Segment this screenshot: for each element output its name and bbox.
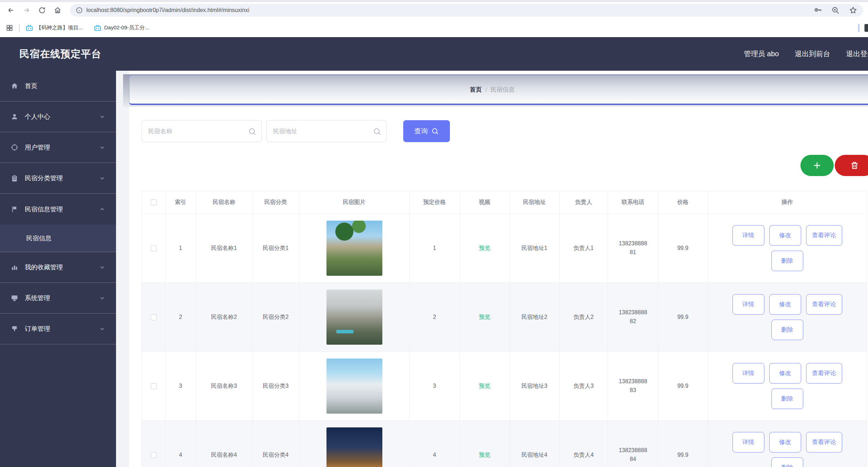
forward-icon[interactable] [21, 4, 33, 16]
cell-phone: 13823888883 [618, 377, 648, 395]
edit-button[interactable]: 修改 [769, 225, 801, 246]
row-checkbox[interactable] [151, 245, 157, 251]
sidebar-item-label: 个人中心 [25, 112, 99, 121]
delete-button[interactable] [835, 155, 868, 176]
view-comments-button[interactable]: 查看评论 [806, 294, 842, 315]
bilibili-tv-icon [25, 24, 33, 32]
search-icon [431, 127, 439, 135]
bookmark-item[interactable]: 【码神之路】项目... [25, 24, 83, 32]
breadcrumb-band: 首页 / 民宿信息 [123, 74, 868, 107]
info-icon[interactable] [76, 7, 83, 14]
cell-name: 民宿名称4 [196, 421, 253, 467]
sidebar-item-3[interactable]: 用户管理 [0, 132, 116, 163]
bar-chart-icon [11, 263, 18, 271]
breadcrumb-home[interactable]: 首页 [470, 86, 482, 94]
user-icon [11, 113, 18, 121]
video-preview-link[interactable]: 预览 [479, 452, 490, 458]
sidebar-item-6[interactable]: 我的收藏管理 [0, 252, 116, 283]
address-search-placeholder: 民宿地址 [273, 127, 297, 135]
cell-index: 3 [166, 352, 196, 421]
cell-category: 民宿分类1 [253, 214, 299, 283]
browser-toolbar: localhost:8080/springbootr0p7i/admin/dis… [0, 2, 868, 18]
select-all-checkbox[interactable] [151, 199, 157, 205]
aim-icon [11, 144, 18, 151]
detail-button[interactable]: 详情 [733, 432, 764, 453]
sidebar-item-8[interactable]: 订单管理 [0, 314, 116, 344]
exit-to-front-link[interactable]: 退出到前台 [795, 49, 830, 59]
detail-button[interactable]: 详情 [733, 225, 764, 246]
cell-manager: 负责人1 [560, 214, 608, 283]
video-preview-link[interactable]: 预览 [479, 314, 490, 320]
cell-manager: 负责人2 [560, 283, 608, 352]
video-preview-link[interactable]: 预览 [479, 383, 490, 389]
column-header: 联系电话 [608, 191, 658, 214]
edit-button[interactable]: 修改 [769, 432, 801, 453]
cell-manager: 负责人4 [560, 421, 608, 467]
bookmark-item[interactable]: Day02-09-员工分... [94, 24, 150, 32]
cell-index: 2 [166, 283, 196, 352]
row-checkbox[interactable] [151, 314, 157, 320]
chevron-down-icon [99, 113, 105, 120]
row-checkbox[interactable] [151, 452, 157, 458]
chevron-down-icon [99, 295, 105, 301]
apps-grid-icon[interactable] [6, 24, 13, 32]
column-header: 民宿地址 [510, 191, 560, 214]
sidebar-item-label: 系统管理 [25, 294, 99, 302]
detail-button[interactable]: 详情 [733, 294, 764, 315]
logout-link[interactable]: 退出登录 [846, 49, 868, 59]
app-title: 民宿在线预定平台 [19, 37, 102, 71]
cell-category: 民宿分类3 [253, 352, 299, 421]
home-icon [11, 82, 18, 90]
bookmarks-overflow-icon[interactable] [864, 24, 868, 32]
breadcrumb-separator: / [485, 86, 487, 93]
view-comments-button[interactable]: 查看评论 [806, 432, 842, 453]
url-text[interactable]: localhost:8080/springbootr0p7i/admin/dis… [86, 7, 804, 13]
reload-icon[interactable] [36, 4, 48, 16]
detail-button[interactable]: 详情 [733, 363, 764, 384]
address-search-input[interactable]: 民宿地址 [266, 120, 387, 142]
sidebar-subitem[interactable]: 民宿信息 [0, 224, 116, 252]
chevron-down-icon [99, 144, 105, 151]
admin-user-label[interactable]: 管理员 abo [744, 49, 779, 59]
cell-manager: 负责人3 [560, 352, 608, 421]
remove-button[interactable]: 删除 [771, 251, 803, 271]
table-row: 4 民宿名称4 民宿分类4 4 预览 民宿地址4 负责人4 1382388888… [142, 421, 867, 467]
remove-button[interactable]: 删除 [771, 457, 803, 467]
breadcrumb-current: 民宿信息 [491, 86, 515, 94]
cell-address: 民宿地址3 [510, 352, 560, 421]
bookmarks-bar: 【码神之路】项目... Day02-09-员工分... [0, 18, 868, 37]
add-button[interactable] [800, 155, 834, 176]
address-bar[interactable]: localhost:8080/springbootr0p7i/admin/dis… [70, 4, 863, 17]
cell-phone: 13823888881 [618, 239, 648, 257]
remove-button[interactable]: 删除 [771, 320, 803, 340]
cell-actions: 详情 修改 查看评论 删除 [708, 214, 867, 283]
home-nav-icon[interactable] [52, 4, 64, 16]
cell-phone: 13823888884 [618, 446, 648, 464]
password-key-icon[interactable] [814, 6, 822, 14]
sidebar-item-2[interactable]: 个人中心 [0, 101, 116, 132]
flag-icon [11, 205, 18, 213]
remove-button[interactable]: 删除 [771, 389, 803, 409]
sidebar-item-4[interactable]: 民宿分类管理 [0, 163, 116, 194]
zoom-in-icon[interactable] [831, 6, 840, 14]
cell-name: 民宿名称2 [196, 283, 253, 352]
edit-button[interactable]: 修改 [769, 363, 801, 384]
cell-name: 民宿名称3 [196, 352, 253, 421]
query-button[interactable]: 查询 [403, 120, 450, 142]
sidebar-item-7[interactable]: 系统管理 [0, 283, 116, 314]
row-checkbox[interactable] [151, 383, 157, 389]
edit-button[interactable]: 修改 [769, 294, 801, 315]
name-search-input[interactable]: 民宿名称 [141, 120, 262, 142]
video-preview-link[interactable]: 预览 [479, 245, 490, 251]
breadcrumb-bar: 首页 / 民宿信息 [129, 75, 868, 105]
table-row: 2 民宿名称2 民宿分类2 2 预览 民宿地址2 负责人2 1382388888… [142, 283, 867, 352]
view-comments-button[interactable]: 查看评论 [806, 363, 842, 384]
bookmark-star-icon[interactable] [849, 6, 857, 14]
back-icon[interactable] [5, 4, 17, 16]
sidebar-item-5[interactable]: 民宿信息管理 [0, 194, 116, 224]
table-row: 3 民宿名称3 民宿分类3 3 预览 民宿地址3 负责人3 1382388888… [142, 352, 867, 421]
table-row: 1 民宿名称1 民宿分类1 1 预览 民宿地址1 负责人1 1382388888… [142, 214, 867, 283]
view-comments-button[interactable]: 查看评论 [806, 225, 842, 246]
sidebar-item-1[interactable]: 首页 [0, 71, 116, 101]
chevron-down-icon [99, 175, 105, 181]
